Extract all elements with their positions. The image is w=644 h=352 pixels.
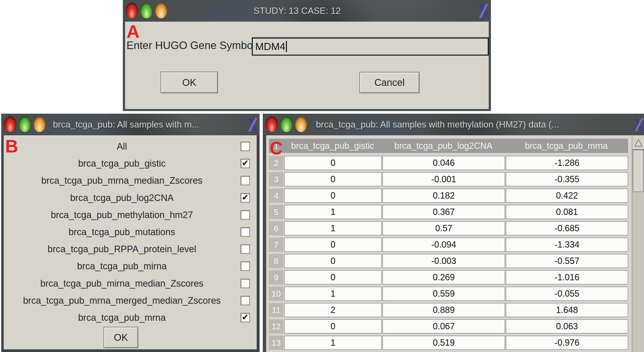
profile-row-mrna-merged-median-zscores[interactable]: brca_tcga_pub_mrna_merged_median_Zscores: [4, 294, 257, 307]
checkbox[interactable]: ✔: [240, 193, 250, 202]
close-light-icon[interactable]: [266, 116, 278, 132]
checkbox[interactable]: [240, 176, 250, 185]
table-cell[interactable]: -0.976: [506, 336, 628, 350]
profile-row-gistic[interactable]: brca_tcga_pub_gistic ✔: [4, 157, 257, 170]
table-cell[interactable]: 1.648: [506, 303, 628, 317]
minimize-light-icon[interactable]: [19, 116, 31, 132]
profile-dialog-body: B All brca_tcga_pub_gistic ✔ brca_tcga_p…: [4, 135, 257, 349]
table-cell[interactable]: 0.063: [506, 319, 628, 333]
table-scrollbar[interactable]: [632, 136, 644, 352]
profile-row-mutations[interactable]: brca_tcga_pub_mutations: [4, 225, 257, 239]
close-light-icon[interactable]: [4, 116, 16, 132]
table-cell[interactable]: 2: [284, 303, 382, 317]
table-cell[interactable]: 0.367: [382, 205, 505, 219]
window-profile-dialog: brca_tcga_pub: All samples with m... B A…: [1, 114, 260, 352]
table-header-row: 1 brca_tcga_pub_gistic brca_tcga_pub_log…: [269, 139, 628, 153]
table-cell[interactable]: 0: [284, 270, 382, 284]
minimize-light-icon[interactable]: [280, 116, 292, 132]
table-cell[interactable]: 0: [284, 319, 382, 333]
checkmark-icon: ✔: [242, 193, 249, 201]
window-title: STUDY: 13 CASE: 12: [123, 0, 472, 22]
table-cell[interactable]: 0.269: [382, 270, 505, 284]
table-cell[interactable]: 0.046: [382, 156, 505, 170]
table-row: 7 0 -0.094 -1.334: [269, 238, 629, 252]
ok-button[interactable]: OK: [161, 72, 218, 93]
annotation-letter-a: A: [126, 23, 140, 41]
maximize-light-icon[interactable]: [34, 116, 46, 132]
checkbox[interactable]: [240, 296, 250, 305]
table-cell[interactable]: 0: [284, 156, 382, 170]
profile-row-mirna[interactable]: brca_tcga_pub_mirna: [4, 259, 257, 273]
window-gene-dialog: STUDY: 13 CASE: 12 A Enter HUGO Gene Sym…: [123, 0, 491, 111]
titlebar-profile-dialog[interactable]: brca_tcga_pub: All samples with m...: [1, 114, 260, 135]
profile-option-label: brca_tcga_pub_mirna_median_Zscores: [4, 277, 240, 290]
table-cell[interactable]: 1: [284, 221, 382, 235]
table-cell[interactable]: -0.055: [506, 287, 628, 301]
window-data-table: brca_tcga_pub: All samples with methylat…: [263, 114, 644, 352]
table-cell[interactable]: 0: [284, 254, 382, 268]
checkmark-icon: ✔: [242, 313, 249, 321]
table-cell[interactable]: 1: [284, 336, 382, 350]
cancel-button[interactable]: Cancel: [360, 72, 420, 93]
table-cell[interactable]: 0.182: [382, 189, 505, 203]
column-header-mrna: brca_tcga_pub_mrna: [505, 139, 628, 153]
table-cell[interactable]: 0.519: [382, 336, 505, 350]
table-cell[interactable]: 0.422: [506, 189, 628, 203]
scroll-up-arrow-icon[interactable]: [632, 136, 644, 150]
maximize-light-icon[interactable]: [295, 116, 307, 132]
window-x-close-icon[interactable]: [248, 116, 258, 133]
profile-option-label: brca_tcga_pub_mrna: [4, 311, 240, 324]
table-cell[interactable]: 0: [284, 238, 382, 252]
table-cell[interactable]: 1: [284, 287, 382, 301]
table-cell[interactable]: 0.081: [506, 205, 628, 219]
checkbox[interactable]: ✔: [240, 159, 250, 168]
gene-symbol-input[interactable]: MDM4: [252, 38, 489, 56]
titlebar-gene-dialog[interactable]: STUDY: 13 CASE: 12: [123, 0, 491, 22]
checkbox[interactable]: [240, 210, 250, 220]
table-cell[interactable]: 0.57: [382, 221, 505, 235]
profile-row-all[interactable]: All: [4, 140, 257, 153]
profile-option-label: brca_tcga_pub_mrna_merged_median_Zscores: [4, 294, 240, 307]
profile-row-methylation-hm27[interactable]: brca_tcga_pub_methylation_hm27: [4, 208, 257, 222]
table-cell[interactable]: -1.286: [506, 156, 628, 170]
row-number: 10: [269, 287, 284, 301]
titlebar-data-table[interactable]: brca_tcga_pub: All samples with methylat…: [263, 114, 644, 135]
profile-row-mirna-median-zscores[interactable]: brca_tcga_pub_mirna_median_Zscores: [4, 277, 257, 290]
checkbox[interactable]: [240, 244, 250, 254]
window-x-close-icon[interactable]: [634, 116, 644, 133]
table-row: 13 1 0.519 -0.976: [269, 336, 629, 350]
table-cell[interactable]: 0: [284, 189, 382, 203]
window-lights: [266, 116, 307, 132]
table-cell[interactable]: -0.685: [506, 221, 628, 235]
profile-option-label: brca_tcga_pub_gistic: [4, 157, 240, 170]
table-cell[interactable]: -1.334: [506, 238, 628, 252]
table-cell[interactable]: 1: [284, 205, 382, 219]
checkbox[interactable]: ✔: [240, 313, 250, 322]
table-cell[interactable]: -1.016: [506, 270, 628, 284]
scrollbar-thumb[interactable]: [633, 150, 644, 192]
gene-symbol-input-value: MDM4: [255, 41, 286, 53]
table-cell[interactable]: -0.557: [506, 254, 628, 268]
table-cell[interactable]: -0.003: [382, 254, 505, 268]
window-x-close-icon[interactable]: [478, 3, 489, 20]
table-cell[interactable]: 0.559: [382, 287, 505, 301]
text-caret: [286, 41, 287, 52]
table-cell[interactable]: 0.067: [382, 319, 505, 333]
profile-row-log2cna[interactable]: brca_tcga_pub_log2CNA ✔: [4, 191, 257, 205]
checkbox[interactable]: [240, 142, 250, 151]
profile-row-mrna-median-zscores[interactable]: brca_tcga_pub_mrna_median_Zscores: [4, 174, 257, 187]
table-cell[interactable]: 0: [284, 172, 382, 186]
table-cell[interactable]: -0.355: [506, 172, 628, 186]
profile-option-label: brca_tcga_pub_mutations: [4, 225, 240, 239]
profile-row-rppa-protein-level[interactable]: brca_tcga_pub_RPPA_protein_level: [4, 242, 257, 256]
table-cell[interactable]: -0.001: [382, 172, 505, 186]
table-cell[interactable]: 0.889: [382, 303, 505, 317]
checkbox[interactable]: [240, 279, 250, 288]
profile-row-mrna[interactable]: brca_tcga_pub_mrna ✔: [4, 311, 257, 324]
column-header-gistic: brca_tcga_pub_gistic: [284, 139, 382, 153]
table-cell[interactable]: -0.094: [382, 238, 505, 252]
ok-button[interactable]: OK: [104, 327, 138, 348]
checkbox[interactable]: [240, 227, 250, 237]
checkbox[interactable]: [240, 261, 250, 271]
annotation-letter-c: C: [270, 139, 282, 157]
